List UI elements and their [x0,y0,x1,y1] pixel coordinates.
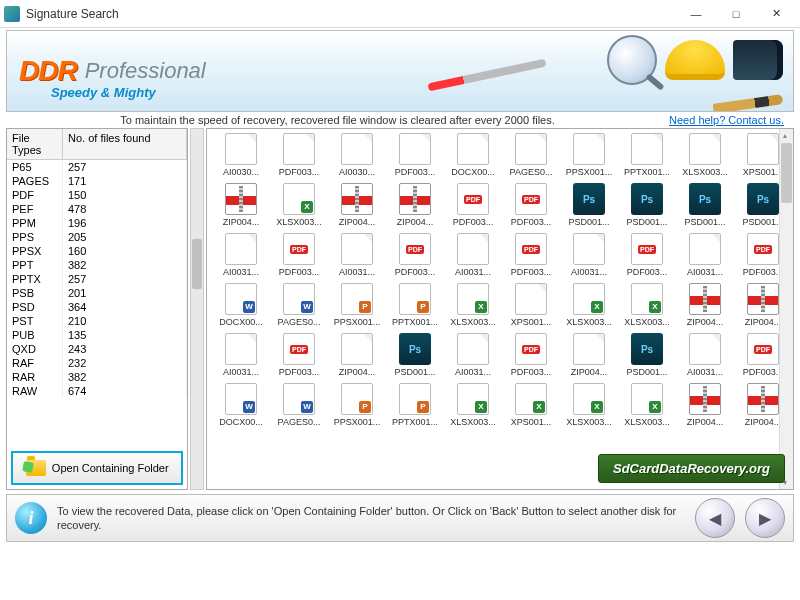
file-label: PDF003... [389,267,441,277]
file-item[interactable]: PDF003... [273,233,325,277]
file-type-row[interactable]: RAF232 [7,356,187,370]
forward-button[interactable]: ▶ [745,498,785,538]
file-label: AI0031... [447,267,499,277]
window-title: Signature Search [26,7,676,21]
file-label: PPTX001... [621,167,673,177]
file-type-row[interactable]: RAR382 [7,370,187,384]
file-item[interactable]: XLSX003... [273,183,325,227]
file-item[interactable]: PPSX001... [331,283,383,327]
file-item[interactable]: XLSX003... [621,383,673,427]
file-item[interactable]: PDF003... [273,333,325,377]
file-item[interactable]: DOCX00... [215,283,267,327]
file-item[interactable]: ZIP004... [679,283,731,327]
file-item[interactable]: XLSX003... [563,383,615,427]
file-label: XLSX003... [273,217,325,227]
file-type-row[interactable]: PSD364 [7,300,187,314]
file-scrollbar[interactable] [779,129,793,489]
file-item[interactable]: PPTX001... [389,383,441,427]
file-zip-icon [225,183,257,215]
file-item[interactable]: ZIP004... [679,383,731,427]
file-item[interactable]: AI0030... [331,133,383,177]
file-type-row[interactable]: RAW674 [7,384,187,398]
file-item[interactable]: XPS001... [505,383,557,427]
file-item[interactable]: AI0031... [447,233,499,277]
minimize-button[interactable]: — [676,0,716,28]
file-psd-icon [747,183,779,215]
titlebar: Signature Search — □ ✕ [0,0,800,28]
file-label: PDF003... [273,167,325,177]
file-item[interactable]: PAGES0... [273,283,325,327]
file-item[interactable]: ZIP004... [331,183,383,227]
open-containing-folder-button[interactable]: Open Containing Folder [11,451,183,485]
scrollbar-thumb[interactable] [192,239,202,289]
file-type-row[interactable]: PPM196 [7,216,187,230]
help-link[interactable]: Need help? Contact us. [669,114,784,126]
file-type-row[interactable]: PEF478 [7,202,187,216]
file-item[interactable]: AI0031... [679,333,731,377]
file-type-row[interactable]: PPT382 [7,258,187,272]
file-grid[interactable]: AI0030...PDF003...AI0030...PDF003...DOCX… [207,129,793,489]
file-item[interactable]: PDF003... [621,233,673,277]
file-item[interactable]: XLSX003... [679,133,731,177]
file-item[interactable]: PDF003... [389,133,441,177]
file-label: ZIP004... [215,217,267,227]
file-type-row[interactable]: P65257 [7,160,187,174]
file-label: XLSX003... [621,317,673,327]
file-item[interactable]: PDF003... [273,133,325,177]
file-item[interactable]: XLSX003... [563,283,615,327]
file-type-row[interactable]: PAGES171 [7,174,187,188]
file-item[interactable]: PDF003... [389,233,441,277]
file-item[interactable]: ZIP004... [215,183,267,227]
file-item[interactable]: PDF003... [505,233,557,277]
file-item[interactable]: DOCX00... [215,383,267,427]
file-item[interactable]: AI0031... [331,233,383,277]
file-item[interactable]: ZIP004... [331,333,383,377]
file-item[interactable]: PAGES0... [505,133,557,177]
file-item[interactable]: AI0031... [563,233,615,277]
file-item[interactable]: PSD001... [389,333,441,377]
file-item[interactable]: PPTX001... [389,283,441,327]
close-button[interactable]: ✕ [756,0,796,28]
file-scrollbar-thumb[interactable] [781,143,792,203]
file-item[interactable]: PSD001... [563,183,615,227]
file-item[interactable]: AI0031... [215,333,267,377]
file-item[interactable]: PAGES0... [273,383,325,427]
file-item[interactable]: AI0031... [215,233,267,277]
col-file-types: File Types [7,129,63,159]
file-item[interactable]: XPS001... [505,283,557,327]
file-item[interactable]: PSD001... [679,183,731,227]
file-zip-icon [747,283,779,315]
file-item[interactable]: AI0031... [447,333,499,377]
file-item[interactable]: PDF003... [505,183,557,227]
file-item[interactable]: XLSX003... [621,283,673,327]
file-item[interactable]: XLSX003... [447,283,499,327]
folder-icon [26,460,46,476]
file-item[interactable]: DOCX00... [447,133,499,177]
file-type-row[interactable]: PDF150 [7,188,187,202]
file-item[interactable]: PPSX001... [331,383,383,427]
file-type-row[interactable]: PST210 [7,314,187,328]
file-type-row[interactable]: QXD243 [7,342,187,356]
file-label: PPTX001... [389,317,441,327]
file-item[interactable]: PPTX001... [621,133,673,177]
file-type-row[interactable]: PPSX160 [7,244,187,258]
file-type-row[interactable]: PPS205 [7,230,187,244]
maximize-button[interactable]: □ [716,0,756,28]
file-item[interactable]: ZIP004... [389,183,441,227]
back-button[interactable]: ◀ [695,498,735,538]
file-type-row[interactable]: PUB135 [7,328,187,342]
file-item[interactable]: PDF003... [447,183,499,227]
file-zip-icon [341,183,373,215]
file-types-list[interactable]: P65257PAGES171PDF150PEF478PPM196PPS205PP… [7,160,187,447]
file-item[interactable]: PPSX001... [563,133,615,177]
left-scrollbar[interactable] [190,128,204,490]
file-item[interactable]: XLSX003... [447,383,499,427]
file-item[interactable]: PSD001... [621,183,673,227]
file-type-row[interactable]: PSB201 [7,286,187,300]
file-item[interactable]: PSD001... [621,333,673,377]
file-item[interactable]: AI0031... [679,233,731,277]
file-item[interactable]: PDF003... [505,333,557,377]
file-type-row[interactable]: PPTX257 [7,272,187,286]
file-item[interactable]: AI0030... [215,133,267,177]
file-item[interactable]: ZIP004... [563,333,615,377]
